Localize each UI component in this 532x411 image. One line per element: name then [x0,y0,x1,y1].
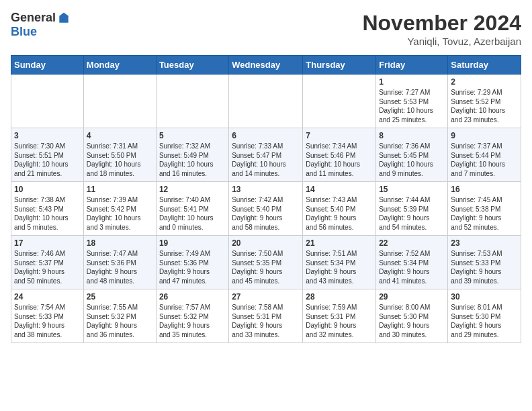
page-header: General Blue November 2024 Yaniqli, Tovu… [11,11,521,47]
calendar-week-row: 10Sunrise: 7:38 AM Sunset: 5:43 PM Dayli… [11,182,521,236]
calendar-cell: 7Sunrise: 7:34 AM Sunset: 5:46 PM Daylig… [303,128,376,182]
calendar-cell: 4Sunrise: 7:31 AM Sunset: 5:50 PM Daylig… [83,128,156,182]
calendar-cell [156,75,228,128]
calendar-cell: 12Sunrise: 7:40 AM Sunset: 5:41 PM Dayli… [156,182,228,236]
calendar-cell [83,75,156,128]
day-info: Sunrise: 7:31 AM Sunset: 5:50 PM Dayligh… [87,142,153,178]
calendar-cell: 10Sunrise: 7:38 AM Sunset: 5:43 PM Dayli… [11,182,84,236]
day-number: 17 [14,238,81,248]
day-number: 28 [306,292,373,302]
day-info: Sunrise: 7:49 AM Sunset: 5:36 PM Dayligh… [159,249,226,285]
day-info: Sunrise: 7:40 AM Sunset: 5:41 PM Dayligh… [159,195,226,232]
day-info: Sunrise: 7:36 AM Sunset: 5:45 PM Dayligh… [379,142,445,178]
calendar-cell: 20Sunrise: 7:50 AM Sunset: 5:35 PM Dayli… [229,236,303,289]
calendar-cell: 25Sunrise: 7:55 AM Sunset: 5:32 PM Dayli… [83,289,156,343]
calendar-cell: 14Sunrise: 7:43 AM Sunset: 5:40 PM Dayli… [303,182,376,236]
day-info: Sunrise: 7:43 AM Sunset: 5:40 PM Dayligh… [306,195,373,232]
calendar-cell: 21Sunrise: 7:51 AM Sunset: 5:34 PM Dayli… [303,236,376,289]
day-number: 21 [306,238,373,248]
calendar-cell: 15Sunrise: 7:44 AM Sunset: 5:39 PM Dayli… [376,182,448,236]
day-info: Sunrise: 7:44 AM Sunset: 5:39 PM Dayligh… [379,195,445,232]
calendar-cell: 9Sunrise: 7:37 AM Sunset: 5:44 PM Daylig… [448,128,521,182]
calendar-cell [229,75,303,128]
day-info: Sunrise: 7:59 AM Sunset: 5:31 PM Dayligh… [306,303,373,339]
day-number: 2 [451,77,518,87]
weekday-header-thursday: Thursday [303,56,376,75]
day-number: 26 [159,292,226,302]
day-number: 4 [87,131,153,140]
calendar-week-row: 1Sunrise: 7:27 AM Sunset: 5:53 PM Daylig… [11,75,521,128]
day-number: 12 [159,185,226,194]
day-number: 24 [14,292,81,302]
day-info: Sunrise: 7:29 AM Sunset: 5:52 PM Dayligh… [451,88,518,124]
day-info: Sunrise: 7:30 AM Sunset: 5:51 PM Dayligh… [14,142,81,178]
calendar-cell: 29Sunrise: 8:00 AM Sunset: 5:30 PM Dayli… [376,289,448,343]
logo: General Blue [11,11,71,39]
calendar-week-row: 17Sunrise: 7:46 AM Sunset: 5:37 PM Dayli… [11,236,521,289]
day-info: Sunrise: 7:45 AM Sunset: 5:38 PM Dayligh… [451,195,518,232]
day-number: 18 [87,238,153,248]
calendar-cell: 28Sunrise: 7:59 AM Sunset: 5:31 PM Dayli… [303,289,376,343]
calendar-cell: 2Sunrise: 7:29 AM Sunset: 5:52 PM Daylig… [448,75,521,128]
day-info: Sunrise: 7:51 AM Sunset: 5:34 PM Dayligh… [306,249,373,285]
day-info: Sunrise: 7:33 AM Sunset: 5:47 PM Dayligh… [232,142,300,178]
day-number: 23 [451,238,518,248]
day-number: 25 [87,292,153,302]
calendar-cell: 18Sunrise: 7:47 AM Sunset: 5:36 PM Dayli… [83,236,156,289]
day-info: Sunrise: 7:52 AM Sunset: 5:34 PM Dayligh… [379,249,445,285]
day-info: Sunrise: 7:39 AM Sunset: 5:42 PM Dayligh… [87,195,153,232]
day-info: Sunrise: 7:57 AM Sunset: 5:32 PM Dayligh… [159,303,226,339]
month-title: November 2024 [362,11,521,36]
day-info: Sunrise: 7:32 AM Sunset: 5:49 PM Dayligh… [159,142,226,178]
day-info: Sunrise: 7:53 AM Sunset: 5:33 PM Dayligh… [451,249,518,285]
calendar-cell [11,75,84,128]
calendar-cell [303,75,376,128]
calendar-cell: 17Sunrise: 7:46 AM Sunset: 5:37 PM Dayli… [11,236,84,289]
day-info: Sunrise: 7:58 AM Sunset: 5:31 PM Dayligh… [232,303,300,339]
day-number: 1 [379,77,445,87]
calendar-cell: 16Sunrise: 7:45 AM Sunset: 5:38 PM Dayli… [448,182,521,236]
calendar-table: SundayMondayTuesdayWednesdayThursdayFrid… [11,55,521,343]
day-info: Sunrise: 7:38 AM Sunset: 5:43 PM Dayligh… [14,195,81,232]
day-number: 29 [379,292,445,302]
calendar-week-row: 3Sunrise: 7:30 AM Sunset: 5:51 PM Daylig… [11,128,521,182]
calendar-week-row: 24Sunrise: 7:54 AM Sunset: 5:33 PM Dayli… [11,289,521,343]
calendar-cell: 24Sunrise: 7:54 AM Sunset: 5:33 PM Dayli… [11,289,84,343]
day-number: 9 [451,131,518,140]
calendar-cell: 13Sunrise: 7:42 AM Sunset: 5:40 PM Dayli… [229,182,303,236]
weekday-header-sunday: Sunday [11,56,84,75]
day-number: 7 [306,131,373,140]
weekday-header-row: SundayMondayTuesdayWednesdayThursdayFrid… [11,56,521,75]
day-number: 6 [232,131,300,140]
day-number: 8 [379,131,445,140]
calendar-cell: 26Sunrise: 7:57 AM Sunset: 5:32 PM Dayli… [156,289,228,343]
day-number: 22 [379,238,445,248]
day-number: 20 [232,238,300,248]
day-info: Sunrise: 7:37 AM Sunset: 5:44 PM Dayligh… [451,142,518,178]
calendar-cell: 11Sunrise: 7:39 AM Sunset: 5:42 PM Dayli… [83,182,156,236]
weekday-header-saturday: Saturday [448,56,521,75]
calendar-cell: 22Sunrise: 7:52 AM Sunset: 5:34 PM Dayli… [376,236,448,289]
day-info: Sunrise: 7:46 AM Sunset: 5:37 PM Dayligh… [14,249,81,285]
day-info: Sunrise: 7:50 AM Sunset: 5:35 PM Dayligh… [232,249,300,285]
weekday-header-tuesday: Tuesday [156,56,228,75]
day-number: 19 [159,238,226,248]
calendar-cell: 5Sunrise: 7:32 AM Sunset: 5:49 PM Daylig… [156,128,228,182]
logo-icon [57,11,71,25]
calendar-cell: 30Sunrise: 8:01 AM Sunset: 5:30 PM Dayli… [448,289,521,343]
logo-general-text: General [11,11,56,25]
location-text: Yaniqli, Tovuz, Azerbaijan [362,36,521,47]
day-number: 5 [159,131,226,140]
day-info: Sunrise: 7:27 AM Sunset: 5:53 PM Dayligh… [379,88,445,124]
day-number: 14 [306,185,373,194]
calendar-cell: 6Sunrise: 7:33 AM Sunset: 5:47 PM Daylig… [229,128,303,182]
day-number: 3 [14,131,81,140]
day-number: 15 [379,185,445,194]
day-info: Sunrise: 7:47 AM Sunset: 5:36 PM Dayligh… [87,249,153,285]
title-section: November 2024 Yaniqli, Tovuz, Azerbaijan [362,11,521,47]
day-info: Sunrise: 7:34 AM Sunset: 5:46 PM Dayligh… [306,142,373,178]
day-info: Sunrise: 8:00 AM Sunset: 5:30 PM Dayligh… [379,303,445,339]
weekday-header-monday: Monday [83,56,156,75]
day-number: 10 [14,185,81,194]
day-info: Sunrise: 7:55 AM Sunset: 5:32 PM Dayligh… [87,303,153,339]
